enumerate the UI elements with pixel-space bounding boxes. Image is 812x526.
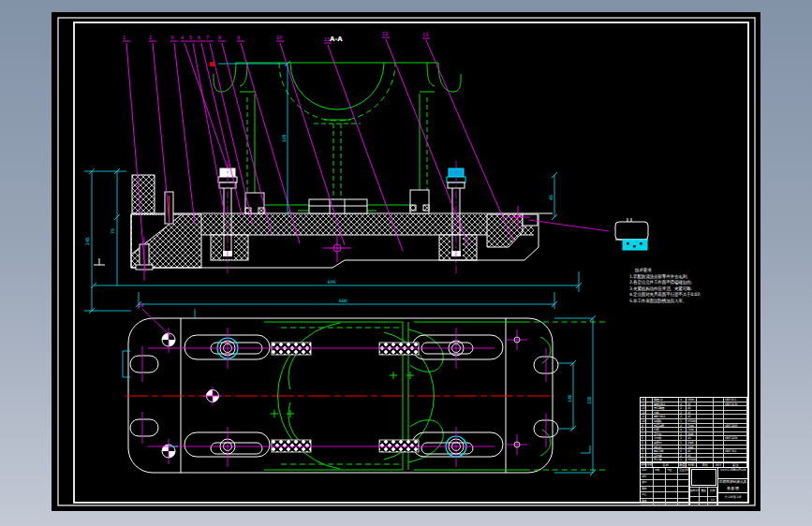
signature-grid: 标记处数分区更改文件号 签名 年月日设计校对审核工艺批准 bbox=[641, 468, 690, 505]
plan-leader-number: 14 bbox=[138, 302, 143, 308]
note-line: 5.非工作表面涂防锈油后入库。 bbox=[629, 299, 725, 305]
signature-row: 审核 bbox=[641, 487, 689, 493]
col-header: 代号 bbox=[646, 463, 653, 467]
svg-text:8: 8 bbox=[218, 35, 221, 40]
organization: ××大学 机械工程学院 bbox=[718, 468, 747, 479]
svg-text:185: 185 bbox=[282, 134, 287, 142]
svg-text:11: 11 bbox=[324, 37, 330, 42]
stage-mark-label: 阶段标记 bbox=[690, 487, 700, 496]
svg-text:12: 12 bbox=[382, 31, 388, 37]
parts-list: 15垫圈 12465MnGB/T 97.114螺母 M12445GB/T 617… bbox=[641, 398, 747, 462]
signature-row: 工艺 bbox=[641, 492, 689, 499]
svg-text:13: 13 bbox=[422, 32, 428, 37]
stage-mark-value bbox=[690, 496, 700, 505]
col-header: 备 注 bbox=[724, 463, 747, 467]
svg-text:4: 4 bbox=[181, 35, 184, 40]
col-header: 数量 bbox=[679, 463, 687, 467]
svg-text:3: 3 bbox=[170, 35, 173, 40]
signature-row: 批准 bbox=[641, 499, 689, 505]
svg-text:245: 245 bbox=[85, 237, 90, 245]
signature-row: 标记处数分区更改文件号 签名 年月日 bbox=[641, 468, 689, 475]
section-label: A-A bbox=[330, 36, 343, 43]
scale-label: 比例 bbox=[708, 487, 717, 496]
red-marker bbox=[210, 62, 214, 66]
note-line: 4.定位面对夹具底面平行度不大于0.02; bbox=[629, 292, 725, 299]
sheet-count: 共 1 张 第 1 张 bbox=[718, 493, 747, 505]
col-header: 总计 bbox=[714, 463, 724, 467]
svg-text:6: 6 bbox=[198, 35, 200, 40]
weight-value bbox=[700, 496, 709, 505]
scale-value: 1:2 bbox=[708, 496, 717, 505]
svg-text:7: 7 bbox=[206, 35, 209, 40]
signature-row: 设计 bbox=[641, 475, 689, 481]
svg-text:9: 9 bbox=[237, 35, 240, 40]
svg-text:5: 5 bbox=[189, 35, 192, 40]
drawing-title: 后桥壳体钻床夹具 装 配 图 bbox=[718, 479, 747, 493]
svg-text:75: 75 bbox=[111, 228, 115, 234]
title-block-middle: 阶段标记 重量 比例 1:2 bbox=[690, 468, 718, 505]
title-block-right: ××大学 机械工程学院 后桥壳体钻床夹具 装 配 图 共 1 张 第 1 张 bbox=[718, 468, 747, 505]
svg-text:1: 1 bbox=[123, 35, 125, 40]
cad-viewer-canvas: A-A bbox=[0, 0, 812, 526]
col-header: 单件 bbox=[697, 463, 714, 467]
title-block: 15垫圈 12465MnGB/T 97.114螺母 M12445GB/T 617… bbox=[640, 397, 748, 503]
note-line: 2.各定位元件工作面不得磕碰划伤; bbox=[629, 280, 725, 286]
svg-text:695: 695 bbox=[328, 280, 336, 285]
col-header: 材 料 bbox=[687, 463, 697, 467]
svg-text:600: 600 bbox=[339, 299, 347, 303]
svg-text:10: 10 bbox=[276, 35, 282, 40]
drawing-number-box bbox=[691, 469, 716, 486]
col-header: 名 称 bbox=[653, 463, 679, 467]
detail-pad bbox=[623, 240, 647, 250]
svg-text:2: 2 bbox=[149, 35, 152, 40]
weight-label: 重量 bbox=[700, 487, 709, 496]
svg-text:140: 140 bbox=[568, 394, 572, 402]
svg-text:45: 45 bbox=[549, 195, 554, 200]
title-block-lower: 标记处数分区更改文件号 签名 年月日设计校对审核工艺批准 阶段标记 重量 比例 … bbox=[641, 468, 747, 502]
technical-notes: 技术要求 1.装配前清洗全部零件并去毛刺; 2.各定位元件工作面不得磕碰划伤; … bbox=[629, 268, 725, 305]
signature-row: 校对 bbox=[641, 480, 689, 487]
svg-text:330: 330 bbox=[587, 396, 592, 404]
notes-title: 技术要求 bbox=[635, 268, 725, 274]
